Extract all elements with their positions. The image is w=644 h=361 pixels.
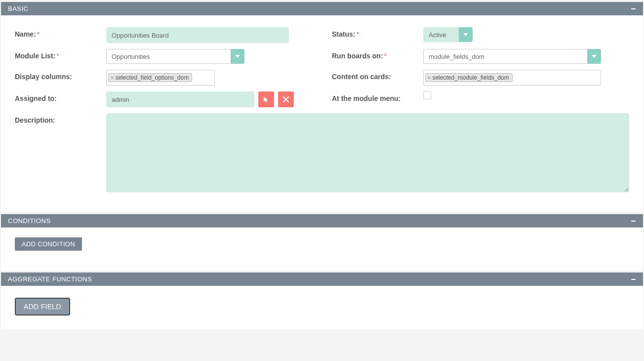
- label-module-list: Module List:*: [15, 49, 106, 60]
- status-select[interactable]: Active: [423, 27, 473, 42]
- required-star: *: [384, 52, 386, 60]
- collapse-icon[interactable]: −: [631, 277, 636, 282]
- collapse-icon[interactable]: −: [631, 6, 636, 11]
- chevron-down-icon[interactable]: [459, 27, 473, 42]
- run-boards-select[interactable]: module_fields_dom: [423, 49, 601, 64]
- remove-tag-icon[interactable]: ×: [428, 75, 431, 81]
- collapse-icon[interactable]: −: [631, 219, 636, 224]
- add-field-button[interactable]: ADD FIELD: [15, 298, 70, 316]
- label-name: Name:*: [15, 27, 106, 38]
- label-module-menu: At the module menu:: [332, 91, 423, 102]
- label-description: Description:: [15, 113, 106, 124]
- label-status: Status:*: [332, 27, 423, 38]
- row-assigned-to: Assigned to:: [15, 91, 312, 107]
- row-content-cards: Content on cards: × selected_module_fiel…: [332, 70, 629, 86]
- chevron-down-icon[interactable]: [587, 49, 601, 64]
- label-content-cards: Content on cards:: [332, 70, 423, 81]
- panel-aggregate: AGGREGATE FUNCTIONS − ADD FIELD: [1, 272, 643, 329]
- panel-basic-title: BASIC: [8, 5, 29, 12]
- row-run-boards: Run boards on:* module_fields_dom: [332, 49, 629, 64]
- panel-conditions-header[interactable]: CONDITIONS −: [1, 214, 643, 227]
- module-menu-checkbox[interactable]: [423, 91, 431, 99]
- add-condition-button[interactable]: ADD CONDITION: [15, 237, 82, 251]
- row-module-list: Module List:* Opportunities: [15, 49, 312, 64]
- display-columns-field[interactable]: × selected_field_options_dom: [106, 70, 215, 86]
- display-columns-tag: × selected_field_options_dom: [108, 73, 192, 82]
- required-star: *: [37, 30, 40, 38]
- panel-aggregate-header[interactable]: AGGREGATE FUNCTIONS −: [1, 272, 643, 286]
- module-list-value: Opportunities: [106, 49, 231, 64]
- panel-basic-body: Name:* Status:* Active: [1, 15, 643, 212]
- row-status: Status:* Active: [332, 27, 629, 43]
- cursor-icon: [263, 96, 270, 103]
- row-description: Description:: [15, 113, 629, 192]
- row-name: Name:*: [15, 27, 312, 43]
- label-run-boards: Run boards on:*: [332, 49, 423, 60]
- required-star: *: [56, 52, 59, 60]
- panel-basic: BASIC − Name:* Status:* Active: [1, 2, 643, 212]
- label-display-columns: Display columns:: [15, 70, 106, 81]
- run-boards-value: module_fields_dom: [423, 49, 587, 64]
- panel-aggregate-title: AGGREGATE FUNCTIONS: [8, 275, 92, 283]
- description-textarea[interactable]: [106, 113, 629, 192]
- chevron-down-icon[interactable]: [231, 49, 244, 64]
- content-cards-field[interactable]: × selected_module_fields_dom: [423, 70, 601, 86]
- panel-conditions-title: CONDITIONS: [8, 217, 51, 225]
- status-value: Active: [423, 27, 459, 42]
- assign-select-button[interactable]: [258, 91, 274, 107]
- panel-basic-header[interactable]: BASIC −: [1, 2, 643, 15]
- row-display-columns: Display columns: × selected_field_option…: [15, 70, 312, 86]
- assign-clear-button[interactable]: [278, 91, 294, 107]
- assigned-to-input[interactable]: [106, 91, 254, 107]
- name-input[interactable]: [106, 27, 289, 43]
- remove-tag-icon[interactable]: ×: [111, 75, 114, 81]
- content-cards-tag: × selected_module_fields_dom: [425, 73, 513, 82]
- panel-aggregate-body: ADD FIELD: [1, 286, 643, 329]
- module-list-select[interactable]: Opportunities: [106, 49, 244, 64]
- row-module-menu: At the module menu:: [332, 91, 629, 107]
- panel-conditions-body: ADD CONDITION: [1, 227, 643, 271]
- panel-conditions: CONDITIONS − ADD CONDITION: [1, 214, 643, 271]
- required-star: *: [356, 30, 359, 38]
- label-assigned-to: Assigned to:: [15, 91, 106, 102]
- close-icon: [283, 96, 289, 102]
